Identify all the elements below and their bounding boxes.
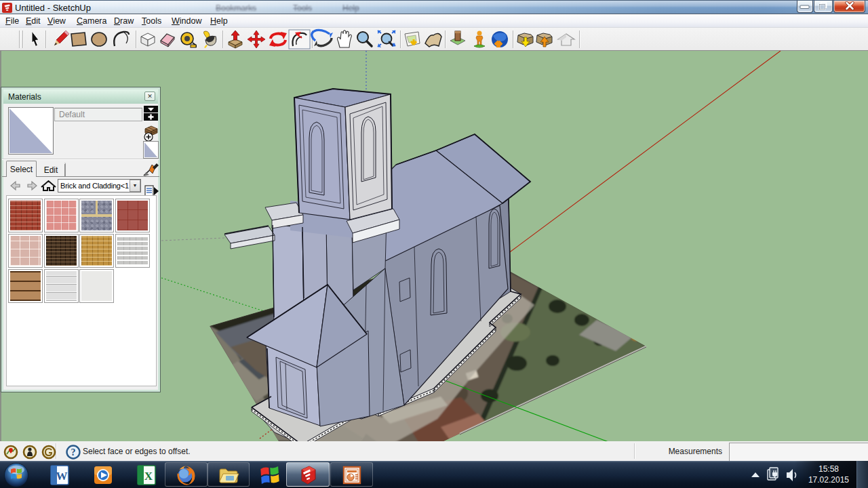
svg-text:?: ? [71, 447, 76, 458]
svg-text:X: X [144, 470, 153, 483]
svg-text:W: W [56, 470, 68, 483]
